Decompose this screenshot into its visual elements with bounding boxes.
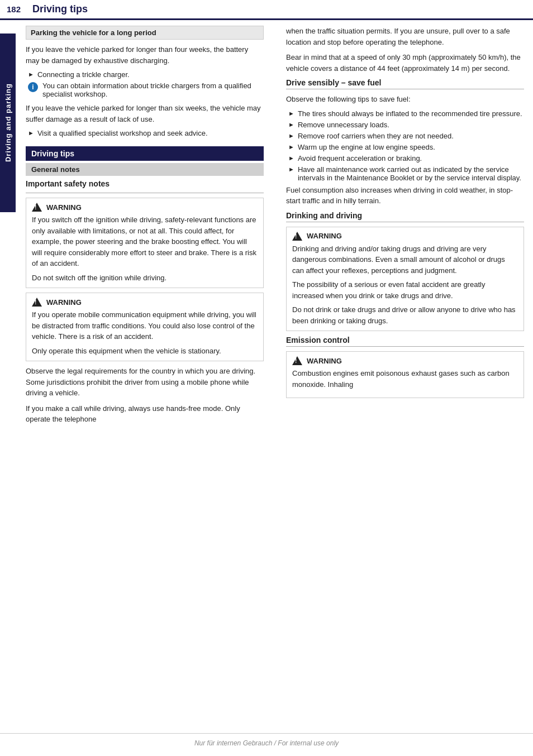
important-safety-heading: Important safety notes (26, 179, 264, 188)
drinking-warning-text1: Drinking and driving and/or taking drugs… (292, 243, 518, 276)
fuel-bullet-1: ► Remove unnecessary loads. (286, 121, 524, 129)
fuel-bullet-text-1: Remove unnecessary loads. (298, 121, 389, 129)
fuel-bullet-text-2: Remove roof carriers when they are not n… (298, 132, 454, 140)
header-title: Driving tips (32, 3, 88, 15)
fuel-bullet-arrow-3: ► (288, 143, 294, 150)
sidebar-label: Driving and parking (0, 34, 16, 212)
drinking-heading: Drinking and driving (286, 211, 524, 222)
fuel-bullet-2: ► Remove roof carriers when they are not… (286, 132, 524, 140)
fuel-bullet-5: ► Have all maintenance work carried out … (286, 165, 524, 182)
fuel-bullet-arrow-1: ► (288, 121, 294, 128)
warning-label-2: WARNING (46, 298, 82, 307)
warning-label-1: WARNING (46, 203, 82, 212)
main-content: Parking the vehicle for a long period If… (0, 20, 533, 429)
traffic-para: when the traffic situation permits. If y… (286, 26, 524, 47)
fuel-bullet-arrow-0: ► (288, 110, 294, 117)
observe-tips-para: Observe the following tips to save fuel: (286, 94, 524, 105)
fuel-bullet-text-5: Have all maintenance work carried out as… (298, 165, 524, 182)
warning-header-1: WARNING (32, 203, 258, 212)
info-icon: i (28, 82, 38, 92)
fuel-bullet-arrow-2: ► (288, 132, 294, 139)
warning-action-2: Only operate this equipment when the veh… (32, 346, 258, 357)
fuel-para: Fuel consumption also increases when dri… (286, 185, 524, 207)
driving-tips-section: Driving tips General notes Important saf… (26, 146, 264, 425)
warning-triangle-icon-2 (32, 298, 42, 307)
fuel-bullet-arrow-5: ► (288, 166, 294, 173)
fuel-bullet-text-0: The tires should always be inflated to t… (298, 109, 522, 118)
emission-warning-triangle-icon (292, 356, 302, 365)
fuel-bullet-text-3: Warm up the engine at low engine speeds. (298, 143, 435, 151)
fuel-bullet-0: ► The tires should always be inflated to… (286, 109, 524, 118)
left-column: Parking the vehicle for a long period If… (18, 26, 275, 429)
observe-para: Observe the legal requirements for the c… (26, 366, 264, 399)
parking-section-box: Parking the vehicle for a long period (26, 26, 264, 40)
emission-heading: Emission control (286, 336, 524, 347)
warning-text-2: If you operate mobile communication equi… (32, 309, 258, 342)
warning-text-1: If you switch off the ignition while dri… (32, 214, 258, 269)
drinking-warning-header: WARNING (292, 232, 518, 241)
right-column: when the traffic situation permits. If y… (275, 26, 532, 429)
visit-bullet-item: ► Visit a qualified specialist workshop … (26, 129, 264, 137)
call-para: If you make a call while driving, always… (26, 403, 264, 425)
warning-header-2: WARNING (32, 298, 258, 307)
emission-warning-label: WARNING (307, 357, 342, 365)
parking-para1: If you leave the vehicle parked for long… (26, 44, 264, 66)
warning-action-1: Do not switch off the ignition while dri… (32, 272, 258, 284)
sidebar-label-text: Driving and parking (4, 83, 12, 162)
visit-bullet-text: Visit a qualified specialist workshop an… (37, 129, 208, 137)
drive-sensibly-heading: Drive sensibly – save fuel (286, 78, 524, 89)
emission-warning-box: WARNING Combustion engines emit poisonou… (286, 351, 524, 398)
fuel-bullet-3: ► Warm up the engine at low engine speed… (286, 143, 524, 151)
warning-box-2: WARNING If you operate mobile communicat… (26, 293, 264, 361)
page-number: 182 (7, 4, 25, 14)
info-note-text: You can obtain information about trickle… (42, 82, 264, 98)
bullet-arrow-icon: ► (28, 71, 34, 78)
driving-tips-box: Driving tips (26, 146, 264, 161)
warning-box-1: WARNING If you switch off the ignition w… (26, 198, 264, 288)
bear-para: Bear in mind that at a speed of only 30 … (286, 52, 524, 74)
fuel-bullet-4: ► Avoid frequent acceleration or braking… (286, 154, 524, 162)
parking-para2: If you leave the vehicle parked for long… (26, 103, 264, 125)
drinking-warning-box: WARNING Drinking and driving and/or taki… (286, 227, 524, 332)
fuel-bullets-list: ► The tires should always be inflated to… (286, 109, 524, 182)
drinking-warning-label: WARNING (307, 232, 342, 240)
emission-warning-header: WARNING (292, 356, 518, 365)
drinking-warning-text2: The possibility of a serious or even fat… (292, 279, 518, 301)
bullet-arrow-icon2: ► (28, 130, 34, 136)
separator1 (26, 193, 264, 193)
emission-warning-text: Combustion engines emit poisonous exhaus… (292, 368, 518, 390)
general-notes-box: General notes (26, 163, 264, 176)
connecting-bullet-text: Connecting a trickle charger. (37, 70, 130, 79)
drinking-warning-action: Do not drink or take drugs and drive or … (292, 304, 518, 326)
connecting-bullet-item: ► Connecting a trickle charger. (26, 70, 264, 79)
warning-triangle-icon-1 (32, 203, 42, 212)
footer-text: Nur für internen Gebrauch / For internal… (194, 739, 339, 747)
info-note: i You can obtain information about trick… (26, 82, 264, 98)
fuel-bullet-text-4: Avoid frequent acceleration or braking. (298, 154, 422, 162)
footer: Nur für internen Gebrauch / For internal… (0, 733, 533, 750)
fuel-bullet-arrow-4: ► (288, 155, 294, 161)
drinking-warning-triangle-icon (292, 232, 302, 241)
page-header: 182 Driving tips (0, 0, 533, 20)
